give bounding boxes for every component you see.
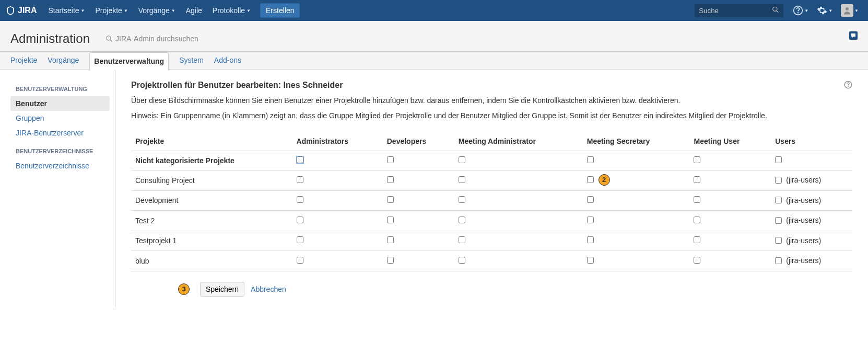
- sidebar-item-groups[interactable]: Gruppen: [10, 111, 110, 126]
- role-checkbox[interactable]: [587, 176, 594, 183]
- chevron-down-icon: ▼: [171, 8, 175, 13]
- annotation-badge-3: 3: [178, 283, 190, 295]
- role-checkbox[interactable]: [459, 236, 465, 243]
- global-search-input[interactable]: [695, 4, 783, 17]
- role-checkbox[interactable]: [297, 257, 303, 264]
- tab-addons[interactable]: Add-ons: [214, 52, 241, 70]
- table-row: Testprojekt 1(jira-users): [131, 231, 852, 251]
- role-checkbox[interactable]: [387, 196, 394, 203]
- role-checkbox[interactable]: [387, 236, 394, 243]
- chevron-down-icon: ▼: [81, 8, 85, 13]
- nav-agile[interactable]: Agile: [181, 0, 207, 21]
- table-row: blub(jira-users): [131, 251, 852, 271]
- tab-benutzerverwaltung[interactable]: Benutzerverwaltung: [89, 52, 169, 71]
- chevron-down-icon: ▼: [247, 8, 251, 13]
- feedback-icon[interactable]: [849, 31, 858, 40]
- svg-point-4: [846, 7, 849, 10]
- role-checkbox[interactable]: [387, 156, 394, 163]
- role-checkbox[interactable]: [587, 236, 594, 243]
- category-name: Nicht kategorisierte Projekte: [131, 151, 292, 170]
- tab-vorgaenge[interactable]: Vorgänge: [48, 52, 79, 70]
- admin-search[interactable]: JIRA-Admin durchsuchen: [105, 35, 198, 43]
- svg-line-6: [110, 40, 112, 42]
- role-checkbox[interactable]: [387, 217, 394, 223]
- help-icon[interactable]: ▼: [789, 5, 813, 16]
- sidebar-item-userserver[interactable]: JIRA-Benutzerserver: [10, 126, 110, 140]
- role-checkbox[interactable]: [694, 156, 700, 163]
- project-name: blub: [131, 251, 292, 271]
- table-row: Test 2(jira-users): [131, 211, 852, 231]
- page-help-icon[interactable]: [844, 81, 852, 90]
- role-checkbox[interactable]: [775, 197, 782, 203]
- tab-system[interactable]: System: [179, 52, 204, 70]
- annotation-badge-2: 2: [599, 174, 610, 186]
- project-name: Testprojekt 1: [131, 231, 292, 251]
- sidebar-item-users[interactable]: Benutzer: [10, 96, 110, 111]
- col-developers: Developers: [383, 132, 454, 151]
- sidebar-item-directories[interactable]: Benutzerverzeichnisse: [10, 158, 110, 173]
- jira-logo[interactable]: JIRA: [5, 5, 37, 16]
- role-checkbox[interactable]: [775, 156, 782, 163]
- project-name: Consulting Project: [131, 170, 292, 191]
- col-meeting-secretary: Meeting Secretary: [583, 132, 690, 151]
- role-checkbox[interactable]: [587, 156, 594, 163]
- role-checkbox[interactable]: [297, 176, 303, 183]
- role-checkbox[interactable]: [297, 236, 303, 243]
- role-checkbox[interactable]: [387, 176, 394, 183]
- role-checkbox[interactable]: [297, 156, 303, 163]
- role-checkbox[interactable]: [694, 217, 700, 223]
- nav-projects[interactable]: Projekte▼: [90, 0, 133, 21]
- group-indirect-label: (jira-users): [786, 236, 821, 245]
- cancel-link[interactable]: Abbrechen: [251, 285, 286, 293]
- role-checkbox[interactable]: [775, 237, 782, 244]
- category-row: Nicht kategorisierte Projekte: [131, 151, 852, 170]
- admin-tabs: Projekte Vorgänge Benutzerverwaltung Sys…: [0, 52, 868, 70]
- svg-line-1: [777, 10, 779, 13]
- role-checkbox[interactable]: [587, 196, 594, 203]
- role-checkbox[interactable]: [459, 176, 465, 183]
- admin-title: Administration: [10, 31, 90, 46]
- role-checkbox[interactable]: [297, 196, 303, 203]
- role-checkbox[interactable]: [587, 217, 594, 223]
- role-checkbox[interactable]: [297, 217, 303, 223]
- search-icon: [105, 35, 113, 42]
- role-checkbox[interactable]: [694, 236, 700, 243]
- role-checkbox[interactable]: [459, 257, 465, 264]
- tab-projekte[interactable]: Projekte: [10, 52, 37, 70]
- role-checkbox[interactable]: [459, 196, 465, 203]
- role-checkbox[interactable]: [694, 176, 700, 183]
- role-checkbox[interactable]: [694, 196, 700, 203]
- group-indirect-label: (jira-users): [786, 256, 821, 265]
- role-checkbox[interactable]: [387, 257, 394, 264]
- save-button[interactable]: Speichern: [200, 282, 244, 297]
- user-avatar[interactable]: ▼: [837, 4, 863, 17]
- page-desc-2: Hinweis: Ein Gruppenname (in Klammern) z…: [131, 110, 852, 121]
- col-users: Users: [771, 132, 852, 151]
- role-checkbox[interactable]: [459, 156, 465, 163]
- create-button[interactable]: Erstellen: [260, 3, 300, 18]
- role-checkbox[interactable]: [694, 257, 700, 264]
- col-meeting-admin: Meeting Administrator: [454, 132, 583, 151]
- role-checkbox[interactable]: [587, 257, 594, 264]
- search-icon: [772, 6, 779, 15]
- settings-icon[interactable]: ▼: [813, 5, 837, 16]
- table-row: Consulting Project2(jira-users): [131, 170, 852, 191]
- svg-point-5: [107, 36, 111, 40]
- nav-issues[interactable]: Vorgänge▼: [133, 0, 181, 21]
- sidebar: BENUTZERVERWALTUNG Benutzer Gruppen JIRA…: [0, 70, 115, 307]
- nav-home[interactable]: Startseite▼: [43, 0, 90, 21]
- role-checkbox[interactable]: [775, 257, 782, 264]
- col-meeting-user: Meeting User: [689, 132, 771, 151]
- project-name: Test 2: [131, 211, 292, 231]
- role-checkbox[interactable]: [775, 177, 782, 184]
- role-checkbox[interactable]: [775, 217, 782, 224]
- chevron-down-icon: ▼: [124, 8, 128, 13]
- top-nav: JIRA Startseite▼ Projekte▼ Vorgänge▼ Agi…: [0, 0, 868, 21]
- page-desc-1: Über diese Bildschirmmaske können Sie ei…: [131, 95, 852, 106]
- nav-protocols[interactable]: Protokolle▼: [207, 0, 256, 21]
- svg-point-3: [798, 13, 799, 13]
- main-content: Projektrollen für Benutzer bearbeiten: I…: [115, 70, 868, 307]
- group-indirect-label: (jira-users): [786, 216, 821, 224]
- role-checkbox[interactable]: [459, 217, 465, 223]
- col-administrators: Administrators: [292, 132, 383, 151]
